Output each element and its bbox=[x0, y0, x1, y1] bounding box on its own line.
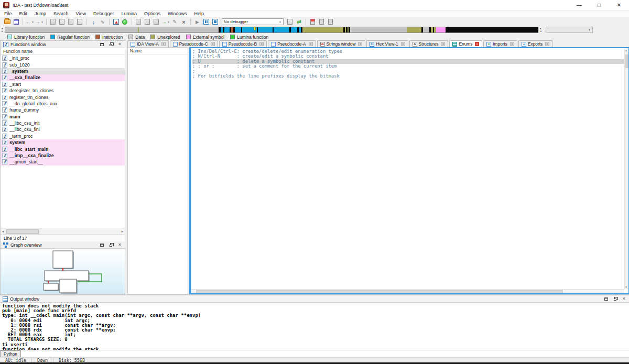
jump-function-icon[interactable] bbox=[58, 18, 66, 26]
function-row[interactable]: frame_dummy bbox=[1, 107, 125, 113]
float-panel-icon[interactable] bbox=[613, 296, 617, 301]
edit-function-icon[interactable]: ✎ bbox=[171, 18, 179, 26]
jump-address-icon[interactable]: ↓ bbox=[90, 18, 97, 26]
float-panel-icon[interactable] bbox=[109, 42, 113, 47]
enable-breakpoint-icon[interactable] bbox=[318, 18, 326, 26]
function-row[interactable]: __libc_csu_fini bbox=[1, 126, 125, 133]
pause-process-icon[interactable] bbox=[202, 18, 210, 26]
jump-named-icon[interactable] bbox=[49, 18, 57, 26]
tab-pseudocode-b[interactable]: Pseudocode-B× bbox=[219, 40, 267, 47]
scroll-left-icon[interactable]: ◂ bbox=[1, 229, 5, 234]
minimize-button[interactable]: — bbox=[569, 0, 589, 10]
close-panel-icon[interactable]: × bbox=[117, 242, 122, 247]
tab-strings-window[interactable]: Strings window× bbox=[317, 40, 366, 47]
scroll-up-icon[interactable]: ▴ bbox=[625, 48, 627, 52]
maximize-panel-icon[interactable] bbox=[604, 296, 609, 301]
scrollbar-thumb[interactable] bbox=[6, 229, 39, 234]
start-process-icon[interactable]: ▶ bbox=[193, 18, 201, 26]
detach-icon[interactable]: ⇄ bbox=[295, 18, 303, 26]
function-row[interactable]: __imp__cxa_finalize bbox=[1, 152, 125, 159]
scroll-right-icon[interactable]: ▸ bbox=[120, 229, 125, 234]
tab-close-icon[interactable]: × bbox=[211, 42, 215, 46]
scrollbar-thumb[interactable] bbox=[196, 290, 563, 293]
menu-file[interactable]: File bbox=[4, 11, 12, 16]
patch-icon[interactable]: →▼ bbox=[161, 18, 170, 26]
tab-exports[interactable]: Exports× bbox=[518, 40, 552, 47]
delete-function-icon[interactable]: × bbox=[180, 18, 188, 26]
graph-overview-canvas[interactable] bbox=[1, 249, 125, 294]
function-row[interactable]: _system bbox=[1, 68, 125, 74]
tab-close-icon[interactable]: × bbox=[401, 42, 405, 46]
function-row[interactable]: __libc_csu_init bbox=[1, 120, 125, 126]
tab-enums[interactable]: Enums× bbox=[449, 40, 482, 47]
tab-close-icon[interactable]: × bbox=[510, 42, 514, 46]
attach-icon[interactable] bbox=[286, 18, 294, 26]
function-row[interactable]: register_tm_clones bbox=[1, 94, 125, 100]
menu-edit[interactable]: Edit bbox=[19, 11, 28, 16]
function-row[interactable]: _init_proc bbox=[1, 55, 125, 61]
function-row[interactable]: __do_global_dtors_aux bbox=[1, 101, 125, 107]
tab-pseudocode-c[interactable]: Pseudocode-C× bbox=[170, 40, 218, 47]
menu-options[interactable]: Options bbox=[144, 11, 160, 16]
python-cli-button[interactable]: Python bbox=[0, 350, 21, 357]
lumina-pull-icon[interactable] bbox=[121, 18, 129, 26]
open-file-icon[interactable] bbox=[3, 18, 11, 26]
tab-close-icon[interactable]: × bbox=[309, 42, 313, 46]
make-name-icon[interactable] bbox=[153, 18, 160, 26]
enums-horizontal-scrollbar[interactable] bbox=[191, 289, 624, 293]
maximize-button[interactable]: □ bbox=[589, 0, 609, 10]
save-file-icon[interactable] bbox=[12, 18, 20, 26]
undo-jump-icon[interactable]: ∿ bbox=[99, 18, 106, 26]
scroll-down-icon[interactable]: ▾ bbox=[625, 285, 627, 289]
tab-close-icon[interactable]: × bbox=[259, 42, 264, 46]
menu-search[interactable]: Search bbox=[53, 11, 69, 16]
jump-segment-icon[interactable] bbox=[67, 18, 75, 26]
menu-windows[interactable]: Windows bbox=[168, 11, 187, 16]
function-row[interactable]: deregister_tm_clones bbox=[1, 87, 125, 94]
menu-debugger[interactable]: Debugger bbox=[93, 11, 114, 16]
back-icon[interactable]: ←▼ bbox=[26, 18, 34, 26]
function-row[interactable]: __gmon_start__ bbox=[1, 159, 125, 165]
navband-right-arrows-icon[interactable]: ▸◂ bbox=[538, 27, 543, 32]
function-row[interactable]: __libc_start_main bbox=[1, 146, 125, 152]
close-panel-icon[interactable]: × bbox=[117, 42, 122, 47]
tab-close-icon[interactable]: × bbox=[441, 42, 445, 46]
function-name-column-header[interactable]: Function name bbox=[1, 48, 125, 55]
tab-hex-view-1[interactable]: Hex View-1× bbox=[366, 40, 408, 47]
function-row[interactable]: _start bbox=[1, 81, 125, 87]
enums-vertical-scrollbar[interactable]: ▴ ▾ bbox=[624, 48, 628, 289]
mark-position-icon[interactable] bbox=[112, 18, 120, 26]
enums-view-pane[interactable]: ; Ins/Del/Ctrl-E: create/delete/edit enu… bbox=[189, 47, 629, 294]
function-row[interactable]: main bbox=[1, 114, 125, 120]
tab-imports[interactable]: Imports× bbox=[483, 40, 517, 47]
menu-help[interactable]: Help bbox=[194, 11, 204, 16]
maximize-panel-icon[interactable] bbox=[100, 242, 104, 247]
tab-structures[interactable]: Structures× bbox=[409, 40, 449, 47]
make-data-icon[interactable] bbox=[144, 18, 151, 26]
make-code-icon[interactable] bbox=[135, 18, 143, 26]
functions-horizontal-scrollbar[interactable]: ◂ ▸ bbox=[1, 228, 125, 234]
debugger-combo[interactable]: No debugger▼ bbox=[222, 18, 284, 25]
navigation-band[interactable] bbox=[5, 27, 538, 33]
close-panel-icon[interactable]: × bbox=[622, 296, 626, 301]
tab-close-icon[interactable]: × bbox=[358, 42, 362, 46]
tab-close-icon[interactable]: × bbox=[545, 42, 549, 46]
disable-breakpoint-icon[interactable] bbox=[327, 18, 334, 26]
navband-left-arrows-icon[interactable]: ◂▸ bbox=[0, 27, 5, 32]
enums-line[interactable]: ; For bitfields the line prefixes displa… bbox=[192, 74, 624, 79]
menu-view[interactable]: View bbox=[76, 11, 86, 16]
function-row[interactable]: system bbox=[1, 139, 125, 146]
float-panel-icon[interactable] bbox=[109, 242, 113, 247]
jump-problem-icon[interactable] bbox=[76, 18, 84, 26]
navband-range-dropdown[interactable]: ▼ bbox=[546, 27, 593, 33]
close-button[interactable]: ✕ bbox=[609, 0, 629, 10]
maximize-panel-icon[interactable] bbox=[100, 42, 104, 47]
menu-lumina[interactable]: Lumina bbox=[121, 11, 137, 16]
python-cli-input[interactable] bbox=[21, 350, 629, 357]
function-row[interactable]: _term_proc bbox=[1, 133, 125, 139]
menu-jump[interactable]: Jump bbox=[35, 11, 46, 16]
enums-line[interactable]: ; ; or : : set a comment for the current… bbox=[192, 64, 624, 69]
name-column-header[interactable]: Name bbox=[128, 48, 188, 54]
tab-pseudocode-a[interactable]: Pseudocode-A× bbox=[268, 40, 316, 47]
forward-icon[interactable]: →▼ bbox=[35, 18, 44, 26]
